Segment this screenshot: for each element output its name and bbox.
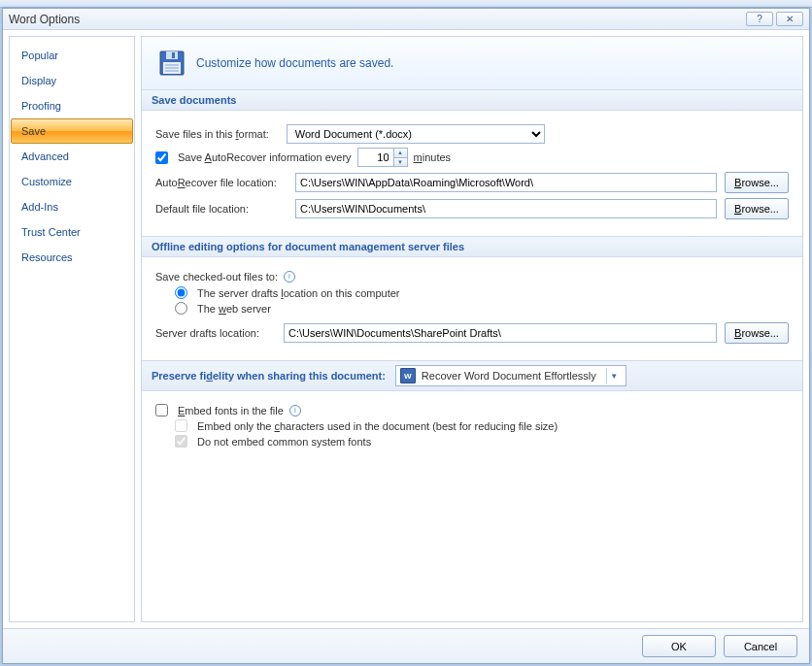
save-format-select[interactable]: Word Document (*.docx) [287, 124, 545, 144]
server-drafts-location-label: Server drafts location: [155, 327, 276, 339]
autorecover-checkbox[interactable] [155, 151, 168, 164]
autorecover-location-input[interactable] [295, 173, 717, 192]
sidebar-item-save[interactable]: Save [11, 118, 133, 144]
chevron-down-icon[interactable]: ▼ [606, 368, 622, 383]
sidebar-item-addins[interactable]: Add-Ins [11, 194, 133, 219]
autorecover-location-label: AutoRecover file location: [155, 177, 288, 188]
no-common-fonts-checkbox [175, 435, 187, 448]
autorecover-spinner[interactable]: ▲ ▼ [357, 148, 408, 167]
format-label: Save files in this format: [155, 128, 269, 140]
titlebar: Word Options ? ✕ [3, 9, 809, 30]
server-drafts-location-input[interactable] [284, 323, 717, 343]
fidelity-document-select[interactable]: W Recover Word Document Effortlessly ▼ [395, 365, 626, 386]
cancel-button[interactable]: Cancel [724, 635, 797, 657]
sidebar-item-customize[interactable]: Customize [11, 169, 133, 194]
embed-only-chars-checkbox [175, 419, 187, 432]
sidebar-item-popular[interactable]: Popular [11, 43, 133, 68]
ok-button[interactable]: OK [642, 635, 716, 657]
dialog-title: Word Options [9, 13, 80, 26]
category-sidebar: Popular Display Proofing Save Advanced C… [9, 36, 135, 622]
embed-fonts-checkbox[interactable] [155, 404, 168, 416]
help-button[interactable]: ? [746, 12, 773, 26]
no-common-fonts-label: Do not embed common system fonts [197, 436, 371, 448]
section-save-documents-header: Save documents [142, 89, 802, 111]
spinner-up[interactable]: ▲ [393, 149, 407, 158]
spinner-down[interactable]: ▼ [393, 158, 407, 167]
info-icon[interactable]: i [284, 271, 295, 283]
section-offline-header: Offline editing options for document man… [142, 236, 802, 257]
hero-text: Customize how documents are saved. [196, 56, 393, 70]
default-location-label: Default file location: [155, 203, 288, 215]
autorecover-minutes-input[interactable] [358, 149, 393, 166]
svg-rect-2 [172, 52, 175, 58]
word-options-dialog: Word Options ? ✕ Popular Display Proofin… [2, 8, 810, 664]
word-doc-icon: W [400, 368, 416, 383]
minutes-label: minutes [414, 151, 452, 163]
close-button[interactable]: ✕ [776, 12, 803, 26]
server-drafts-local-radio[interactable] [175, 286, 187, 299]
embed-only-chars-label: Embed only the characters used in the do… [197, 420, 558, 432]
web-server-label: The web server [197, 303, 271, 315]
default-location-input[interactable] [295, 199, 717, 218]
sidebar-item-advanced[interactable]: Advanced [11, 144, 133, 169]
section-fidelity-header: Preserve fidelity when sharing this docu… [142, 360, 802, 391]
autorecover-browse-button[interactable]: Browse... [725, 172, 789, 193]
sidebar-item-resources[interactable]: Resources [11, 245, 133, 270]
autorecover-label: Save AutoRecover information every [178, 151, 352, 163]
server-drafts-local-label: The server drafts location on this compu… [197, 287, 400, 299]
fidelity-document-name: Recover Word Document Effortlessly [422, 370, 596, 382]
floppy-icon [159, 50, 185, 76]
sidebar-item-display[interactable]: Display [11, 68, 133, 93]
sidebar-item-trust-center[interactable]: Trust Center [11, 219, 133, 245]
content-panel: Customize how documents are saved. Save … [141, 36, 803, 622]
web-server-radio[interactable] [175, 302, 187, 315]
embed-fonts-label: Embed fonts in the file [178, 405, 284, 416]
save-checked-out-label: Save checked-out files to: [155, 271, 278, 283]
info-icon[interactable]: i [289, 405, 301, 416]
hero-banner: Customize how documents are saved. [142, 37, 802, 89]
default-browse-button[interactable]: Browse... [725, 198, 789, 219]
sidebar-item-proofing[interactable]: Proofing [11, 93, 133, 118]
server-drafts-browse-button[interactable]: Browse... [725, 322, 789, 344]
dialog-footer: OK Cancel [3, 628, 809, 663]
